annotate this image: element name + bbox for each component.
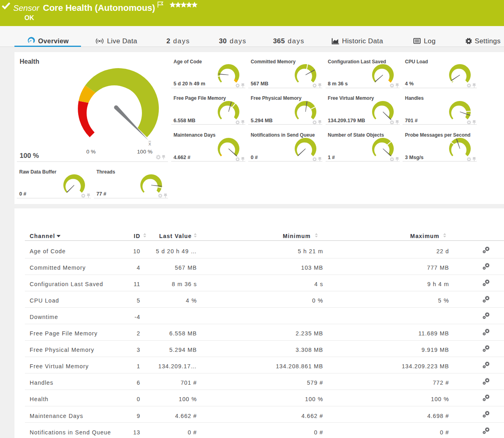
svg-text:x: x [148, 141, 151, 147]
